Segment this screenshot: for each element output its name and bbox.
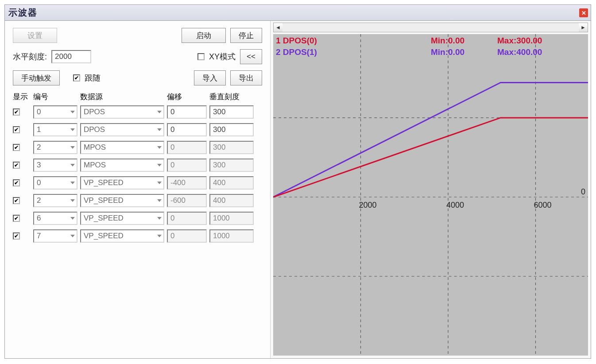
channel-number-combo[interactable]: 2 xyxy=(33,141,77,154)
oscilloscope-window: 示波器 ✕ 设置 启动 停止 水平刻度: XY模式 << 手动触发 xyxy=(4,4,591,359)
hscale-label: 水平刻度: xyxy=(13,51,47,62)
chevron-down-icon xyxy=(157,235,162,237)
col-number-header: 编号 xyxy=(33,92,77,102)
channel-number-combo[interactable]: 1 xyxy=(33,123,77,136)
channel-vscale-input[interactable] xyxy=(209,123,254,136)
channel-row: ✔0DPOS xyxy=(13,105,262,119)
col-source-header: 数据源 xyxy=(80,92,164,102)
channel-source-combo[interactable]: VP_SPEED xyxy=(80,212,164,225)
follow-label: 跟随 xyxy=(85,73,101,83)
horizontal-scrollbar[interactable]: ◄ ► xyxy=(273,23,588,32)
titlebar: 示波器 ✕ xyxy=(5,5,591,21)
channel-offset-input[interactable] xyxy=(167,229,207,243)
channel-row: ✔7VP_SPEED xyxy=(13,229,262,243)
channel-show-checkbox[interactable]: ✔ xyxy=(13,162,20,169)
channel-source-combo[interactable]: VP_SPEED xyxy=(80,176,164,190)
scroll-left-icon[interactable]: ◄ xyxy=(274,23,283,32)
channel-offset-input[interactable] xyxy=(167,123,207,136)
chevron-down-icon xyxy=(70,182,75,184)
channel-row: ✔2MPOS xyxy=(13,141,262,154)
chevron-down-icon xyxy=(157,146,162,149)
legend-series-2: 2 DPOS(1) Min:0.00 Max:400.00 xyxy=(276,47,585,57)
channel-row: ✔3MPOS xyxy=(13,159,262,172)
plot-panel: ◄ ► 1 DPOS(0) Min:0.00 Max:300.00 2 DPOS… xyxy=(271,21,591,358)
channel-offset-input[interactable] xyxy=(167,105,207,119)
channel-number-combo[interactable]: 2 xyxy=(33,194,77,207)
channel-offset-input[interactable] xyxy=(167,141,207,154)
channel-offset-input[interactable] xyxy=(167,194,207,207)
x-tick-label: 6000 xyxy=(534,201,551,210)
settings-button[interactable]: 设置 xyxy=(13,28,57,43)
chevron-down-icon xyxy=(70,164,75,167)
x-tick-label: 4000 xyxy=(446,201,464,210)
chevron-down-icon xyxy=(157,199,162,202)
chevron-down-icon xyxy=(157,111,162,113)
channel-row: ✔1DPOS xyxy=(13,123,262,136)
channel-offset-input[interactable] xyxy=(167,212,207,225)
follow-checkbox[interactable]: ✔ xyxy=(73,74,80,81)
channel-number-combo[interactable]: 0 xyxy=(33,176,77,190)
channels-list: ✔0DPOS✔1DPOS✔2MPOS✔3MPOS✔0VP_SPEED✔2VP_S… xyxy=(13,105,262,243)
channel-number-combo[interactable]: 0 xyxy=(33,105,77,119)
channel-row: ✔6VP_SPEED xyxy=(13,212,262,225)
hscale-input[interactable] xyxy=(51,50,91,63)
export-button[interactable]: 导出 xyxy=(230,70,262,85)
channel-number-combo[interactable]: 7 xyxy=(33,229,77,243)
channel-source-combo[interactable]: VP_SPEED xyxy=(80,229,164,243)
channel-vscale-input[interactable] xyxy=(209,105,254,119)
channel-show-checkbox[interactable]: ✔ xyxy=(13,232,20,240)
channel-show-checkbox[interactable]: ✔ xyxy=(13,108,20,116)
chevron-down-icon xyxy=(70,217,75,220)
chevron-down-icon xyxy=(70,199,75,202)
chevron-down-icon xyxy=(157,182,162,184)
channel-vscale-input[interactable] xyxy=(209,212,254,225)
xy-mode-checkbox[interactable] xyxy=(197,53,205,60)
channel-vscale-input[interactable] xyxy=(209,194,254,207)
chevron-down-icon xyxy=(70,235,75,237)
channel-row: ✔2VP_SPEED xyxy=(13,194,262,207)
channel-source-combo[interactable]: MPOS xyxy=(80,141,164,154)
xy-mode-label: XY模式 xyxy=(209,51,236,62)
channel-vscale-input[interactable] xyxy=(209,141,254,154)
plot-legend: 1 DPOS(0) Min:0.00 Max:300.00 2 DPOS(1) … xyxy=(276,36,585,57)
channel-number-combo[interactable]: 3 xyxy=(33,159,77,172)
chevron-down-icon xyxy=(157,128,162,131)
chevron-down-icon xyxy=(70,111,75,113)
plot-svg xyxy=(273,34,588,356)
manual-trigger-button[interactable]: 手动触发 xyxy=(13,70,60,85)
col-offset-header: 偏移 xyxy=(167,92,207,102)
channel-source-combo[interactable]: DPOS xyxy=(80,105,164,119)
channel-offset-input[interactable] xyxy=(167,176,207,190)
stop-button[interactable]: 停止 xyxy=(230,28,262,43)
import-button[interactable]: 导入 xyxy=(194,70,226,85)
channel-show-checkbox[interactable]: ✔ xyxy=(13,144,20,151)
channel-show-checkbox[interactable]: ✔ xyxy=(13,179,20,186)
channel-vscale-input[interactable] xyxy=(209,176,254,190)
x-tick-label: 2000 xyxy=(359,201,376,210)
plot-area[interactable]: 1 DPOS(0) Min:0.00 Max:300.00 2 DPOS(1) … xyxy=(273,34,588,356)
channel-row: ✔0VP_SPEED xyxy=(13,176,262,190)
channel-show-checkbox[interactable]: ✔ xyxy=(13,215,20,222)
channel-columns-header: 显示 编号 数据源 偏移 垂直刻度 xyxy=(13,92,262,102)
y-zero-label: 0 xyxy=(581,187,585,197)
collapse-button[interactable]: << xyxy=(240,49,262,64)
window-title: 示波器 xyxy=(8,7,38,19)
close-icon[interactable]: ✕ xyxy=(579,8,588,17)
channel-source-combo[interactable]: MPOS xyxy=(80,159,164,172)
scroll-right-icon[interactable]: ► xyxy=(579,23,588,32)
col-vscale-header: 垂直刻度 xyxy=(209,92,254,102)
channel-show-checkbox[interactable]: ✔ xyxy=(13,126,20,133)
channel-show-checkbox[interactable]: ✔ xyxy=(13,197,20,204)
chevron-down-icon xyxy=(157,217,162,220)
control-panel: 设置 启动 停止 水平刻度: XY模式 << 手动触发 ✔ 跟随 导入 xyxy=(5,21,271,358)
chevron-down-icon xyxy=(157,164,162,167)
start-button[interactable]: 启动 xyxy=(182,28,226,43)
scroll-track[interactable] xyxy=(283,23,579,32)
channel-number-combo[interactable]: 6 xyxy=(33,212,77,225)
channel-vscale-input[interactable] xyxy=(209,159,254,172)
col-show-header: 显示 xyxy=(13,92,31,102)
channel-source-combo[interactable]: DPOS xyxy=(80,123,164,136)
channel-source-combo[interactable]: VP_SPEED xyxy=(80,194,164,207)
channel-vscale-input[interactable] xyxy=(209,229,254,243)
channel-offset-input[interactable] xyxy=(167,159,207,172)
